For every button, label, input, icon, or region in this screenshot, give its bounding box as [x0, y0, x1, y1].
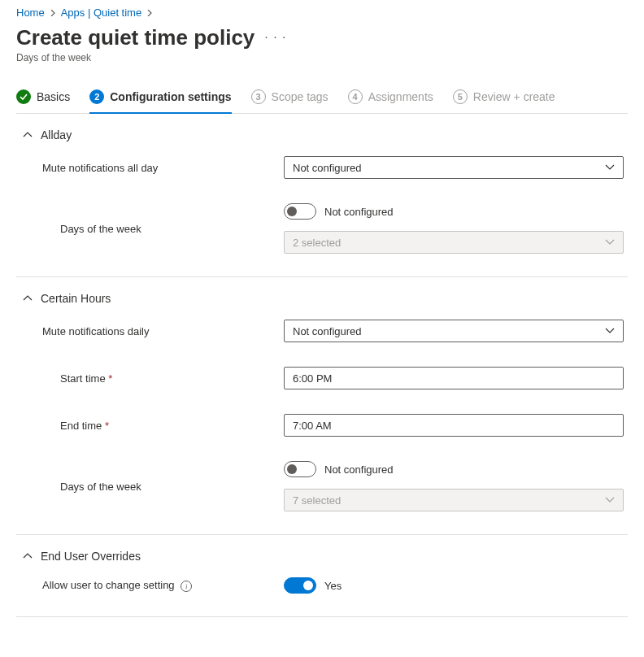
breadcrumb-home[interactable]: Home: [16, 7, 45, 19]
toggle-days-allday[interactable]: [284, 203, 316, 220]
section-title: Allday: [41, 128, 72, 141]
label-mute-all-day: Mute notifications all day: [42, 162, 274, 174]
toggle-label: Not configured: [324, 463, 394, 476]
toggle-days-hours[interactable]: [284, 461, 316, 477]
select-value: 7 selected: [293, 494, 341, 507]
chevron-right-icon: [50, 8, 56, 18]
label-days-of-week-hours: Days of the week: [42, 481, 274, 493]
tab-assignments[interactable]: 4 Assignments: [348, 85, 433, 114]
step-number-badge: 2: [89, 89, 104, 104]
section-end-user-overrides: End User Overrides Allow user to change …: [16, 535, 628, 617]
section-toggle-allday[interactable]: Allday: [16, 125, 628, 151]
more-actions-button[interactable]: · · ·: [264, 30, 286, 45]
select-mute-all-day[interactable]: Not configured: [284, 156, 624, 179]
page-title: Create quiet time policy: [16, 25, 255, 50]
tab-label: Review + create: [473, 90, 555, 103]
chevron-down-icon: [605, 162, 615, 174]
chevron-up-icon: [23, 551, 33, 561]
required-asterisk: *: [108, 372, 112, 385]
section-toggle-overrides[interactable]: End User Overrides: [16, 546, 628, 572]
step-number-badge: 5: [453, 89, 468, 104]
label-mute-daily: Mute notifications daily: [42, 325, 274, 337]
label-allow-user-change: Allow user to change setting i: [42, 579, 274, 592]
input-value: 7:00 AM: [293, 420, 332, 432]
section-title: End User Overrides: [41, 550, 141, 563]
input-value: 6:00 PM: [293, 372, 332, 385]
tab-label: Scope tags: [272, 90, 329, 103]
label-days-of-week-allday: Days of the week: [42, 223, 274, 235]
page-subtitle: Days of the week: [16, 52, 628, 63]
tab-basics[interactable]: Basics: [16, 85, 70, 114]
toggle-label: Not configured: [324, 206, 394, 218]
toggle-label: Yes: [324, 580, 342, 592]
info-icon[interactable]: i: [181, 581, 192, 592]
toggle-allow-user-change[interactable]: [284, 577, 316, 594]
select-value: Not configured: [293, 325, 362, 337]
step-number-badge: 3: [251, 89, 266, 104]
chevron-up-icon: [23, 294, 33, 303]
label-end-time: End time *: [42, 420, 274, 432]
chevron-down-icon: [605, 325, 615, 337]
tab-label: Configuration settings: [110, 90, 231, 103]
input-start-time[interactable]: 6:00 PM: [284, 367, 624, 389]
breadcrumb: Home Apps | Quiet time: [16, 7, 628, 19]
section-allday: Allday Mute notifications all day Not co…: [16, 114, 628, 277]
chevron-down-icon: [605, 237, 615, 249]
select-value: Not configured: [293, 162, 362, 174]
wizard-tabs: Basics 2 Configuration settings 3 Scope …: [16, 85, 628, 114]
select-days-allday: 2 selected: [284, 231, 624, 254]
section-title: Certain Hours: [41, 292, 111, 305]
select-days-hours: 7 selected: [284, 489, 624, 511]
tab-review-create[interactable]: 5 Review + create: [453, 85, 555, 114]
chevron-right-icon: [146, 8, 153, 18]
tab-label: Assignments: [368, 90, 433, 103]
tab-label: Basics: [37, 90, 70, 103]
input-end-time[interactable]: 7:00 AM: [284, 414, 624, 437]
required-asterisk: *: [105, 420, 109, 432]
section-toggle-certain-hours[interactable]: Certain Hours: [16, 289, 628, 315]
tab-configuration-settings[interactable]: 2 Configuration settings: [89, 85, 231, 114]
tab-scope-tags[interactable]: 3 Scope tags: [251, 85, 329, 114]
step-number-badge: 4: [348, 89, 363, 104]
chevron-down-icon: [605, 494, 615, 507]
chevron-up-icon: [23, 130, 33, 140]
select-mute-daily[interactable]: Not configured: [284, 320, 624, 342]
check-circle-icon: [16, 89, 31, 104]
section-certain-hours: Certain Hours Mute notifications daily N…: [16, 277, 628, 535]
select-value: 2 selected: [293, 237, 341, 249]
label-start-time: Start time *: [42, 372, 274, 385]
breadcrumb-apps-quiet-time[interactable]: Apps | Quiet time: [61, 7, 141, 19]
